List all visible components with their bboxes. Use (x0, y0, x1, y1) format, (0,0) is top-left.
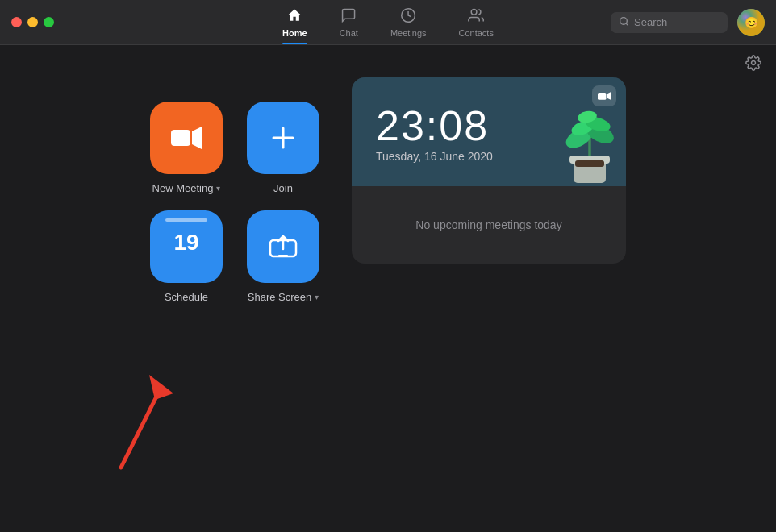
contacts-icon (468, 7, 484, 26)
svg-point-1 (471, 9, 477, 15)
minimize-button[interactable] (27, 17, 38, 27)
share-screen-button[interactable] (247, 210, 319, 283)
card-body: No upcoming meetings today (352, 186, 626, 264)
actions-grid: New Meeting ▾ Join 19 Schedule (150, 102, 319, 303)
schedule-button[interactable]: 19 (150, 210, 223, 283)
svg-line-3 (626, 23, 628, 25)
tab-meetings[interactable]: Meetings (374, 0, 443, 44)
close-button[interactable] (11, 17, 22, 27)
share-screen-label: Share Screen ▾ (248, 291, 319, 303)
tab-home-label: Home (282, 28, 307, 38)
new-meeting-button[interactable] (150, 102, 223, 174)
meetings-icon (400, 7, 416, 26)
card-camera-icon[interactable] (592, 85, 616, 106)
new-meeting-chevron: ▾ (216, 184, 220, 193)
tab-home[interactable]: Home (266, 0, 323, 44)
tab-chat-label: Chat (340, 28, 358, 38)
card-time: 23:08 (376, 102, 489, 150)
share-screen-action[interactable]: Share Screen ▾ (247, 210, 319, 303)
avatar[interactable]: 😊 (737, 9, 765, 36)
svg-marker-15 (607, 92, 611, 100)
svg-rect-18 (575, 160, 604, 167)
search-icon (619, 16, 629, 29)
home-icon (286, 7, 302, 26)
titlebar: Home Chat Meetings (0, 0, 776, 45)
calendar-card: 23:08 Tuesday, 16 June 2020 (352, 77, 626, 264)
tab-chat[interactable]: Chat (323, 0, 374, 44)
nav-tabs: Home Chat Meetings (266, 0, 510, 44)
tab-contacts-label: Contacts (459, 28, 494, 38)
svg-rect-7 (171, 130, 190, 146)
chat-icon (340, 7, 357, 26)
join-label: Join (273, 182, 293, 194)
svg-marker-8 (192, 127, 202, 149)
schedule-action[interactable]: 19 Schedule (150, 210, 223, 303)
plant-decoration (553, 98, 626, 186)
svg-rect-12 (278, 255, 288, 257)
join-button[interactable] (247, 102, 319, 174)
main-content: New Meeting ▾ Join 19 Schedule (0, 45, 776, 532)
svg-rect-14 (598, 93, 606, 100)
card-header: 23:08 Tuesday, 16 June 2020 (352, 77, 626, 186)
settings-gear-button[interactable] (745, 55, 761, 75)
svg-point-2 (620, 17, 628, 24)
search-bar[interactable] (611, 12, 728, 33)
tab-contacts[interactable]: Contacts (443, 0, 510, 44)
svg-text:😊: 😊 (745, 16, 759, 30)
maximize-button[interactable] (44, 17, 54, 27)
join-action[interactable]: Join (247, 102, 319, 194)
tab-meetings-label: Meetings (390, 28, 427, 38)
new-meeting-action[interactable]: New Meeting ▾ (150, 102, 223, 194)
no-meetings-text: No upcoming meetings today (376, 218, 602, 231)
share-screen-chevron: ▾ (315, 293, 319, 301)
card-date: Tuesday, 16 June 2020 (376, 150, 493, 163)
traffic-lights (0, 17, 54, 27)
schedule-day-number: 19 (173, 230, 198, 256)
search-input[interactable] (634, 16, 720, 28)
svg-point-6 (752, 61, 756, 65)
new-meeting-label: New Meeting ▾ (152, 182, 221, 194)
schedule-label: Schedule (165, 291, 208, 303)
